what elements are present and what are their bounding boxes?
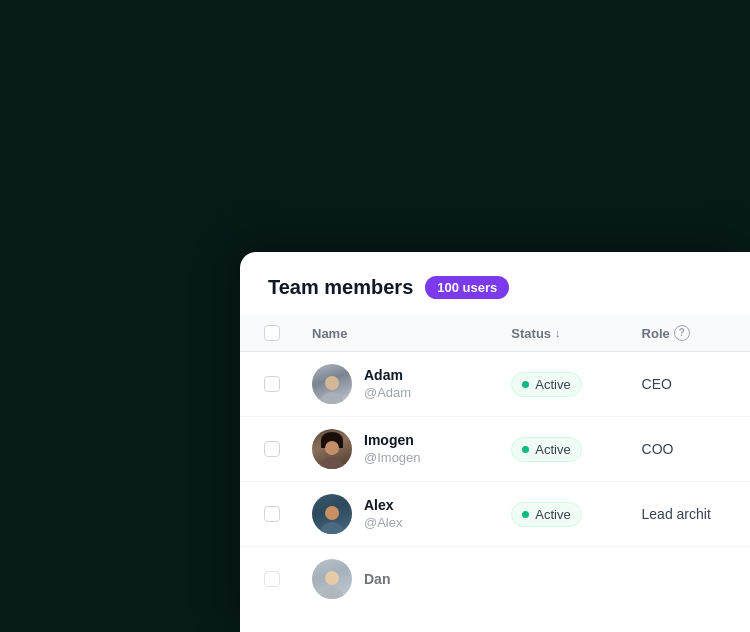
role-text: COO	[642, 441, 674, 457]
member-text: Imogen @Imogen	[364, 431, 421, 466]
members-table: Name Status ↓ Role ?	[240, 315, 750, 611]
avatar-body	[320, 457, 344, 469]
status-dot	[522, 381, 529, 388]
table-row: Alex @Alex Active Lead archit	[240, 482, 750, 547]
avatar	[312, 429, 352, 469]
header-checkbox-cell	[240, 315, 296, 352]
status-badge: Active	[511, 372, 581, 397]
member-cell: Alex @Alex	[296, 482, 495, 547]
row-checkbox[interactable]	[264, 506, 280, 522]
avatar-silhouette	[319, 441, 345, 469]
role-cell: COO	[626, 417, 750, 482]
member-info: Dan	[312, 559, 479, 599]
status-cell: Active	[495, 482, 625, 547]
member-cell: Adam @Adam	[296, 352, 495, 417]
row-checkbox-cell	[240, 417, 296, 482]
status-badge: Active	[511, 502, 581, 527]
role-text: Lead archit	[642, 506, 711, 522]
avatar	[312, 494, 352, 534]
role-text: CEO	[642, 376, 672, 392]
member-cell: Dan	[296, 547, 495, 612]
role-cell: Lead archit	[626, 482, 750, 547]
row-checkbox[interactable]	[264, 376, 280, 392]
row-checkbox-cell	[240, 482, 296, 547]
header-name: Name	[296, 315, 495, 352]
status-badge: Active	[511, 437, 581, 462]
table-container: Name Status ↓ Role ?	[240, 315, 750, 632]
member-name: Imogen	[364, 431, 421, 449]
status-cell	[495, 547, 625, 612]
card-title: Team members	[268, 276, 413, 299]
header-checkbox[interactable]	[264, 325, 280, 341]
table-row: Dan	[240, 547, 750, 612]
card-header: Team members 100 users	[240, 252, 750, 315]
member-name: Dan	[364, 570, 390, 588]
role-cell	[626, 547, 750, 612]
avatar-body	[320, 587, 344, 599]
avatar-body	[320, 392, 344, 404]
row-checkbox[interactable]	[264, 441, 280, 457]
member-handle: @Adam	[364, 385, 411, 402]
table-header-row: Name Status ↓ Role ?	[240, 315, 750, 352]
member-info: Adam @Adam	[312, 364, 479, 404]
role-cell: CEO	[626, 352, 750, 417]
member-handle: @Alex	[364, 515, 403, 532]
team-members-card: Team members 100 users Name Status ↓	[240, 252, 750, 632]
member-info: Imogen @Imogen	[312, 429, 479, 469]
avatar-head	[325, 571, 339, 585]
member-text: Alex @Alex	[364, 496, 403, 531]
member-cell: Imogen @Imogen	[296, 417, 495, 482]
avatar-silhouette	[319, 571, 345, 599]
users-badge: 100 users	[425, 276, 509, 299]
avatar	[312, 559, 352, 599]
status-cell: Active	[495, 352, 625, 417]
avatar-head	[325, 376, 339, 390]
avatar-silhouette	[319, 376, 345, 404]
row-checkbox[interactable]	[264, 571, 280, 587]
row-checkbox-cell	[240, 352, 296, 417]
header-role: Role ?	[626, 315, 750, 352]
avatar-body	[320, 522, 344, 534]
avatar	[312, 364, 352, 404]
sort-icon: ↓	[555, 327, 561, 339]
avatar-head	[325, 441, 339, 455]
status-dot	[522, 511, 529, 518]
member-info: Alex @Alex	[312, 494, 479, 534]
role-help-icon[interactable]: ?	[674, 325, 690, 341]
status-dot	[522, 446, 529, 453]
member-name: Alex	[364, 496, 403, 514]
table-row: Adam @Adam Active CEO	[240, 352, 750, 417]
avatar-silhouette	[319, 506, 345, 534]
row-checkbox-cell	[240, 547, 296, 612]
table-row: Imogen @Imogen Active COO	[240, 417, 750, 482]
header-status[interactable]: Status ↓	[495, 315, 625, 352]
member-text: Adam @Adam	[364, 366, 411, 401]
member-handle: @Imogen	[364, 450, 421, 467]
member-text: Dan	[364, 570, 390, 588]
avatar-head	[325, 506, 339, 520]
member-name: Adam	[364, 366, 411, 384]
status-cell: Active	[495, 417, 625, 482]
